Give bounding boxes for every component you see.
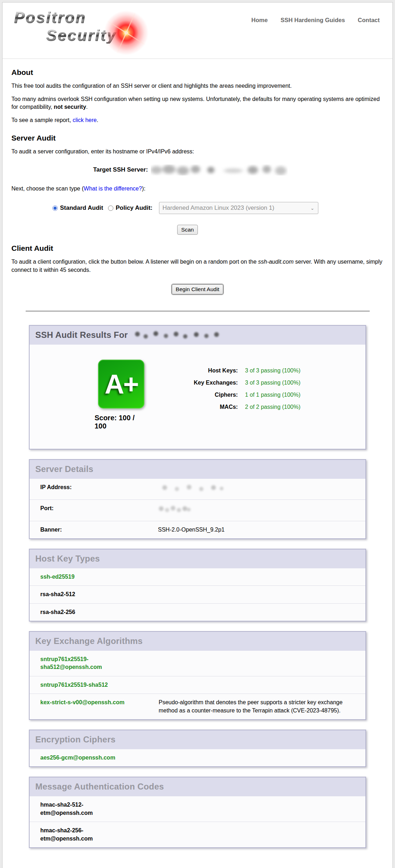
redacted-ip-address bbox=[158, 483, 226, 493]
policy-select[interactable]: Hardened Amazon Linux 2023 (version 1) ⌄ bbox=[159, 202, 318, 214]
mac-name: hmac-sha2-256-etm@openssh.com bbox=[40, 827, 126, 843]
begin-client-audit-button[interactable]: Begin Client Audit bbox=[172, 284, 223, 294]
cipher-name: aes256-gcm@openssh.com bbox=[40, 754, 115, 762]
host-key-row: rsa-sha2-256 bbox=[30, 603, 365, 621]
client-audit-domain: ssh-audit.com bbox=[258, 259, 294, 265]
scan-type-suffix: ): bbox=[142, 186, 145, 192]
logo-word-security: Security bbox=[46, 27, 157, 43]
client-audit-button-row: Begin Client Audit bbox=[9, 284, 386, 294]
mac-row: hmac-sha2-256-etm@openssh.com bbox=[30, 822, 365, 847]
client-audit-text: To audit a client configuration, click t… bbox=[11, 259, 258, 265]
grade-column: A+ Score: 100 / 100 bbox=[94, 360, 148, 430]
standard-audit-radio[interactable] bbox=[52, 205, 58, 211]
redacted-hostname-blur bbox=[151, 164, 288, 176]
scan-type-difference-link[interactable]: What is the difference? bbox=[84, 186, 142, 192]
main-content-box: Positron Security Home SSH Hardening Gui… bbox=[2, 2, 393, 868]
mac-panel: Message Authentication Codes hmac-sha2-5… bbox=[29, 777, 366, 848]
stat-row-key-exchanges: Key Exchanges: 3 of 3 passing (100%) bbox=[178, 380, 301, 392]
mac-header: Message Authentication Codes bbox=[30, 777, 365, 796]
kex-algorithm-note: Pseudo-algorithm that denotes the peer s… bbox=[159, 699, 353, 715]
grade-badge: A+ bbox=[98, 360, 144, 408]
section-divider bbox=[26, 311, 370, 311]
stat-row-ciphers: Ciphers: 1 of 1 passing (100%) bbox=[178, 392, 301, 404]
server-details-title: Server Details bbox=[35, 464, 360, 474]
kex-algorithm-name: sntrup761x25519-sha512 bbox=[40, 681, 147, 689]
policy-audit-label: Policy Audit: bbox=[116, 204, 152, 212]
banner-row: Banner: SSH-2.0-OpenSSH_9.2p1 bbox=[30, 521, 365, 538]
host-key-types-title: Host Key Types bbox=[35, 554, 360, 564]
kex-algorithm-name: sntrup761x25519-sha512@openssh.com bbox=[40, 655, 147, 671]
host-key-name: ssh-ed25519 bbox=[40, 573, 75, 581]
audit-results-body: A+ Score: 100 / 100 Host Keys: 3 of 3 pa… bbox=[30, 345, 365, 449]
target-server-row: Target SSH Server: bbox=[0, 164, 386, 176]
sample-report-text: To see a sample report, bbox=[11, 117, 73, 123]
about-p2-period: . bbox=[86, 104, 88, 110]
ip-address-row: IP Address: bbox=[30, 479, 365, 499]
nav-home-link[interactable]: Home bbox=[251, 17, 268, 24]
scan-button[interactable]: Scan bbox=[177, 225, 198, 235]
host-key-name: rsa-sha2-256 bbox=[40, 608, 75, 616]
audit-results-title: SSH Audit Results For bbox=[35, 330, 360, 340]
nav-ssh-hardening-guides-link[interactable]: SSH Hardening Guides bbox=[281, 17, 345, 24]
host-key-row: rsa-sha2-512 bbox=[30, 585, 365, 603]
results-stats: Host Keys: 3 of 3 passing (100%) Key Exc… bbox=[178, 367, 301, 430]
sample-report-period: . bbox=[97, 117, 98, 123]
grade-letter: A+ bbox=[105, 369, 138, 400]
redacted-port bbox=[158, 504, 191, 514]
kex-algorithm-name: kex-strict-s-v00@openssh.com bbox=[40, 699, 147, 706]
client-audit-heading: Client Audit bbox=[11, 244, 386, 253]
kex-row: sntrup761x25519-sha512 bbox=[30, 676, 365, 694]
encryption-ciphers-header: Encryption Ciphers bbox=[30, 730, 365, 749]
about-paragraph-1: This free tool audits the configuration … bbox=[11, 82, 386, 90]
scan-type-prefix: Next, choose the scan type ( bbox=[11, 186, 84, 192]
audit-results-title-text: SSH Audit Results For bbox=[35, 330, 128, 340]
about-heading: About bbox=[11, 68, 386, 77]
ip-address-value bbox=[158, 483, 360, 495]
target-server-input[interactable] bbox=[151, 164, 288, 176]
main-nav: Home SSH Hardening Guides Contact bbox=[251, 17, 380, 24]
standard-audit-label: Standard Audit bbox=[60, 204, 103, 212]
server-details-header: Server Details bbox=[30, 460, 365, 479]
key-exchange-header: Key Exchange Algorithms bbox=[30, 632, 365, 651]
mac-title: Message Authentication Codes bbox=[35, 782, 360, 792]
stat-row-host-keys: Host Keys: 3 of 3 passing (100%) bbox=[178, 367, 301, 380]
stat-value: 3 of 3 passing (100%) bbox=[245, 380, 301, 386]
key-exchange-title: Key Exchange Algorithms bbox=[35, 636, 360, 646]
target-server-label: Target SSH Server: bbox=[93, 166, 148, 173]
kex-row: sntrup761x25519-sha512@openssh.com bbox=[30, 651, 365, 676]
client-audit-paragraph: To audit a client configuration, click t… bbox=[11, 258, 386, 274]
port-label: Port: bbox=[40, 504, 158, 512]
stat-label: MACs: bbox=[178, 404, 238, 410]
stat-label: Host Keys: bbox=[178, 367, 238, 374]
audit-results-panel: SSH Audit Results For A+ Score: 100 / 10… bbox=[29, 325, 366, 450]
policy-audit-radio[interactable] bbox=[108, 205, 113, 211]
mac-name: hmac-sha2-512-etm@openssh.com bbox=[40, 801, 126, 817]
nav-contact-link[interactable]: Contact bbox=[358, 17, 380, 24]
port-row: Port: bbox=[30, 499, 365, 521]
audit-results-panel-header: SSH Audit Results For bbox=[30, 326, 365, 345]
scan-type-text: Next, choose the scan type (What is the … bbox=[11, 185, 386, 193]
kex-row: kex-strict-s-v00@openssh.com Pseudo-algo… bbox=[30, 694, 365, 719]
sample-report-link[interactable]: click here bbox=[73, 117, 97, 123]
server-details-panel: Server Details IP Address: Port: Banner:… bbox=[29, 459, 366, 539]
mac-row: hmac-sha2-512-etm@openssh.com bbox=[30, 796, 365, 822]
encryption-ciphers-title: Encryption Ciphers bbox=[35, 735, 360, 745]
stat-row-macs: MACs: 2 of 2 passing (100%) bbox=[178, 404, 301, 416]
server-audit-intro: To audit a server configuration, enter i… bbox=[11, 148, 386, 156]
policy-select-value: Hardened Amazon Linux 2023 (version 1) bbox=[163, 204, 275, 212]
host-key-types-panel: Host Key Types ssh-ed25519 rsa-sha2-512 … bbox=[29, 549, 366, 621]
scan-type-row: Standard Audit Policy Audit: Hardened Am… bbox=[0, 202, 386, 214]
port-value bbox=[158, 504, 360, 516]
scan-button-row: Scan bbox=[0, 225, 386, 235]
cipher-row: aes256-gcm@openssh.com bbox=[30, 749, 365, 766]
key-exchange-panel: Key Exchange Algorithms sntrup761x25519-… bbox=[29, 631, 366, 720]
banner-value: SSH-2.0-OpenSSH_9.2p1 bbox=[158, 526, 360, 534]
about-p2-bold: not security bbox=[54, 104, 86, 110]
site-header: Positron Security Home SSH Hardening Gui… bbox=[2, 2, 393, 59]
host-key-types-header: Host Key Types bbox=[30, 549, 365, 568]
ip-address-label: IP Address: bbox=[40, 483, 158, 491]
server-audit-heading: Server Audit bbox=[11, 134, 386, 142]
host-key-name: rsa-sha2-512 bbox=[40, 590, 75, 598]
positron-security-logo[interactable]: Positron Security bbox=[7, 10, 157, 53]
score-text: Score: 100 / 100 bbox=[94, 414, 148, 430]
